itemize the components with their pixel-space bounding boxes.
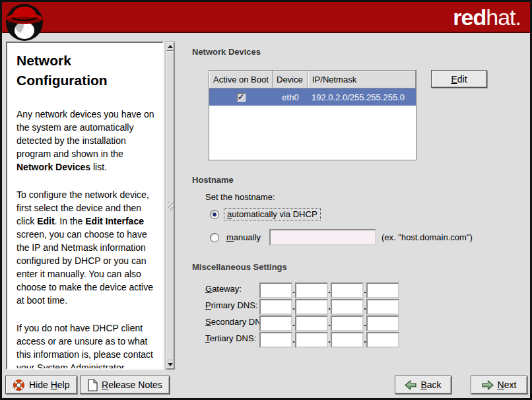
primary-dns-octet-2[interactable] [295,299,328,315]
hide-help-button[interactable]: Hide Help [5,376,77,394]
header-bar: redhat. [2,2,530,33]
primary-dns-octet-3[interactable] [331,299,364,315]
tertiary-dns-octet-2[interactable] [295,332,328,348]
secondary-dns-octet-1[interactable] [259,316,292,331]
installer-window: redhat. Network Configuration Any networ… [0,0,532,400]
gateway-octet-2[interactable] [295,283,328,298]
help-panel: Network Configuration Any network device… [6,42,164,370]
edit-button[interactable]: Edit [431,70,487,88]
scrollbar-thumb[interactable] [166,51,174,360]
tertiary-dns-octet-4[interactable] [366,332,399,348]
gateway-octet-3[interactable] [331,283,364,298]
brand-hat: hat. [486,5,521,30]
active-on-boot-checkbox[interactable]: ✓ [237,93,246,102]
gateway-label: Gateway: [205,284,242,294]
back-button[interactable]: Back [395,376,451,394]
scrollbar-grip-icon [168,201,174,211]
primary-dns-label: Primary DNS: [205,300,257,310]
hostname-manual-radio[interactable] [210,233,219,242]
table-header-row: Active on Boot Device IP/Netmask [209,71,416,88]
help-paragraph: If you do not have DHCP client access or… [17,321,154,370]
next-arrow-icon [482,380,494,390]
column-header-ip-netmask: IP/Netmask [308,71,416,88]
redhat-wordmark: redhat. [453,5,521,30]
help-scrollbar[interactable] [166,42,175,370]
tertiary-dns-octet-1[interactable] [259,332,292,348]
checkbox-checkmark-icon: ✓ [238,94,244,101]
life-preserver-icon [13,379,25,391]
column-header-active-on-boot: Active on Boot [209,71,273,88]
gateway-octet-4[interactable] [366,283,399,298]
table-row-eth0[interactable]: ✓ eth0 192.0.2.0/255.255.255.0 [209,88,416,106]
edit-button-label: Edit [451,74,467,84]
hostname-auto-radio[interactable] [210,210,219,219]
ip-netmask-cell: 192.0.2.0/255.255.255.0 [308,92,416,102]
secondary-dns-octet-2[interactable] [295,316,328,331]
next-button[interactable]: Next [471,376,527,394]
scroll-up-icon [168,45,173,48]
back-label: Back [420,380,441,390]
scroll-up-button[interactable] [166,42,174,51]
network-devices-section-label: Network Devices [192,47,261,57]
network-devices-table: Active on Boot Device IP/Netmask ✓ eth0 … [209,70,416,160]
tertiary-dns-label: Tertiary DNS: [205,333,256,343]
hostname-input[interactable] [269,229,376,246]
brand-red: red [453,5,486,30]
tertiary-dns-octet-3[interactable] [331,332,364,348]
device-name-cell: eth0 [273,92,308,102]
set-hostname-prompt: Set the hostname: [205,192,275,202]
help-paragraph: Any network devices you have on the syst… [17,108,154,174]
radio-dot-icon [213,213,216,217]
scroll-down-icon [168,363,173,366]
hostname-manual-label[interactable]: manually [226,232,261,242]
misc-settings-section-label: Miscellaneous Settings [192,262,287,272]
release-notes-label: Release Notes [102,380,162,390]
next-label: Next [498,380,517,390]
hostname-auto-label[interactable]: automatically via DHCP [224,208,321,220]
document-page-icon [87,379,98,391]
column-header-device: Device [273,71,308,88]
help-title: Network Configuration [17,51,154,90]
back-arrow-icon [405,380,416,390]
hostname-hint: (ex. "host.domain.com") [382,232,473,242]
redhat-shadowman-logo-icon [4,3,46,42]
secondary-dns-octet-3[interactable] [331,316,364,331]
hostname-section-label: Hostname [192,175,234,185]
gateway-octet-1[interactable] [259,283,292,298]
secondary-dns-octet-4[interactable] [366,316,399,331]
tertiary-dns-octet-group: ... [259,330,399,350]
hide-help-label: Hide Help [29,380,70,390]
scroll-down-button[interactable] [166,360,174,369]
primary-dns-octet-4[interactable] [366,299,399,315]
release-notes-button[interactable]: Release Notes [80,376,170,394]
help-paragraph: To configure the network device, first s… [17,188,154,307]
primary-dns-octet-1[interactable] [259,299,292,315]
